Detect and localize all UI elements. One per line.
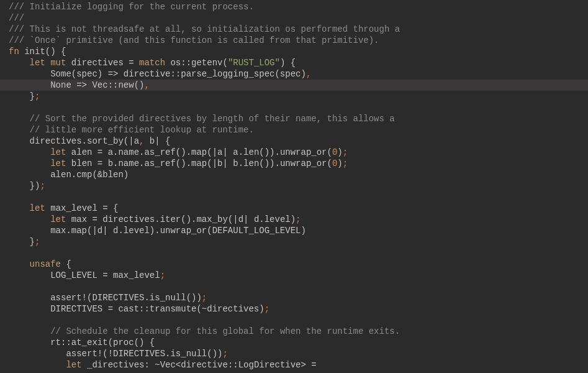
token-comment: // little more efficient lookup at runti…	[30, 125, 254, 135]
token-ident: )	[337, 159, 342, 168]
token-punct: () {	[45, 47, 66, 57]
token-ident	[9, 214, 50, 224]
token-ident: assert!(!DIRECTIVES.is_null())	[9, 349, 222, 359]
code-line[interactable]: LOG_LEVEL = max_level;	[9, 270, 588, 281]
token-ident	[9, 360, 66, 370]
code-line[interactable]: DIRECTIVES = cast::transmute(~directives…	[9, 303, 588, 315]
token-ident: })	[9, 181, 40, 191]
token-ident	[9, 259, 30, 269]
code-line[interactable]: unsafe {	[9, 259, 588, 270]
code-line[interactable]: // Schedule the cleanup for this global …	[9, 326, 588, 337]
token-ident: assert!(DIRECTIVES.is_null())	[9, 293, 202, 303]
token-comment: // Schedule the cleanup for this global …	[50, 326, 400, 336]
code-line[interactable]: max.map(|d| d.level).unwrap_or(DEFAULT_L…	[9, 225, 588, 236]
token-ident: }	[9, 237, 35, 247]
token-ident: directives =	[66, 58, 139, 68]
token-ident: _directives: ~Vec<directive::LogDirectiv…	[82, 360, 317, 370]
code-line[interactable]: rt::at_exit(proc() {	[9, 337, 588, 348]
code-line[interactable]: directives.sort_by(|a, b| {	[9, 136, 588, 147]
token-ident	[9, 326, 50, 336]
code-line[interactable]	[9, 281, 588, 292]
token-ident: alen = a.name.as_ref().map(|a| a.len()).…	[66, 147, 332, 157]
code-line[interactable]: let alen = a.name.as_ref().map(|a| a.len…	[9, 147, 588, 158]
token-ident: blen = b.name.as_ref().map(|b| b.len()).…	[66, 159, 332, 168]
token-orange_punct: ;	[40, 181, 45, 191]
token-orange_punct: ;	[343, 147, 348, 157]
token-orange_punct: ,	[144, 80, 149, 90]
token-comment: /// `Once` primitive (and this function …	[9, 35, 379, 45]
token-ident	[9, 58, 30, 68]
code-line[interactable]	[9, 191, 588, 203]
token-ident: max.map(|d| d.level).unwrap_or(DEFAULT_L…	[9, 226, 306, 236]
code-line[interactable]	[9, 247, 588, 259]
token-ident: alen.cmp(&blen)	[9, 170, 129, 180]
code-line[interactable]: assert!(!DIRECTIVES.is_null());	[9, 348, 588, 359]
token-ident: directives.sort_by(|a	[9, 136, 139, 146]
token-ident: )	[337, 147, 342, 157]
token-ident: os::getenv(	[165, 58, 228, 68]
token-ident: {	[61, 259, 71, 269]
token-comment: ///	[9, 13, 24, 23]
token-keyword: let mut	[30, 58, 66, 68]
token-comment: // Sort the provided directives by lengt…	[30, 114, 395, 124]
token-keyword: unsafe	[30, 259, 61, 269]
token-def: init	[19, 47, 45, 57]
code-line[interactable]: let mut directives = match os::getenv("R…	[9, 57, 588, 68]
token-ident: DIRECTIVES = cast::transmute(~directives…	[9, 304, 265, 314]
code-line[interactable]: alen.cmp(&blen)	[9, 169, 588, 180]
token-keyword: let	[50, 147, 66, 157]
token-orange_punct: ;	[35, 237, 40, 247]
code-line[interactable]: /// Initialize logging for the current p…	[9, 1, 588, 12]
code-line[interactable]: // Sort the provided directives by lengt…	[9, 113, 588, 124]
code-line[interactable]	[9, 102, 588, 113]
code-line[interactable]: let blen = b.name.as_ref().map(|b| b.len…	[9, 158, 588, 169]
code-line[interactable]: /// This is not threadsafe at all, so in…	[9, 24, 588, 35]
token-string: "RUST_LOG"	[228, 58, 280, 68]
token-ident	[9, 114, 30, 124]
code-line[interactable]: ///	[9, 12, 588, 24]
token-keyword: match	[139, 58, 165, 68]
token-keyword: let	[50, 159, 66, 168]
token-comment: /// Initialize logging for the current p…	[9, 2, 254, 12]
token-ident: max_level = {	[45, 203, 119, 213]
token-ident: }	[9, 91, 35, 101]
token-orange_punct: ;	[296, 214, 301, 224]
token-orange_punct: ;	[35, 91, 40, 101]
code-editor[interactable]: /// Initialize logging for the current p…	[9, 1, 588, 371]
token-ident	[9, 203, 30, 213]
token-ident	[9, 147, 50, 157]
code-line[interactable]: let _directives: ~Vec<directive::LogDire…	[9, 359, 588, 371]
token-ident: None => Vec::new()	[9, 80, 144, 90]
code-line[interactable]: Some(spec) => directive::parse_logging_s…	[9, 68, 588, 80]
token-orange_punct: ;	[202, 293, 207, 303]
token-orange_punct: ;	[222, 349, 227, 359]
code-line[interactable]: });	[9, 180, 588, 191]
code-line[interactable]: let max_level = {	[9, 203, 588, 214]
token-ident: max = directives.iter().max_by(|d| d.lev…	[66, 214, 296, 224]
token-ident: b| {	[144, 136, 170, 146]
token-ident: LOG_LEVEL = max_level	[9, 270, 160, 280]
token-ident	[9, 125, 30, 135]
code-line[interactable]: /// `Once` primitive (and this function …	[9, 35, 588, 46]
token-orange_punct: ;	[160, 270, 165, 280]
token-keyword: let	[30, 203, 45, 213]
token-orange_punct: ;	[265, 304, 269, 314]
token-orange_punct: ;	[343, 159, 348, 168]
token-comment: /// This is not threadsafe at all, so in…	[9, 24, 400, 34]
code-line[interactable]: // little more efficient lookup at runti…	[9, 124, 588, 136]
token-ident: Some(spec) => directive::parse_logging_s…	[9, 69, 306, 79]
token-keyword: let	[66, 360, 81, 370]
code-line[interactable]	[9, 315, 588, 326]
code-line[interactable]: fn init() {	[9, 46, 588, 57]
token-orange_punct: ,	[306, 69, 311, 79]
token-ident	[9, 159, 50, 168]
token-keyword: fn	[9, 47, 19, 57]
code-line[interactable]: };	[9, 91, 588, 102]
token-ident: rt::at_exit(proc() {	[9, 338, 155, 348]
token-punct: ) {	[280, 58, 296, 68]
code-line[interactable]: };	[9, 236, 588, 247]
code-line[interactable]: assert!(DIRECTIVES.is_null());	[9, 292, 588, 303]
code-line[interactable]: None => Vec::new(),	[0, 80, 588, 91]
code-line[interactable]: let max = directives.iter().max_by(|d| d…	[9, 214, 588, 225]
token-keyword: let	[50, 214, 66, 224]
